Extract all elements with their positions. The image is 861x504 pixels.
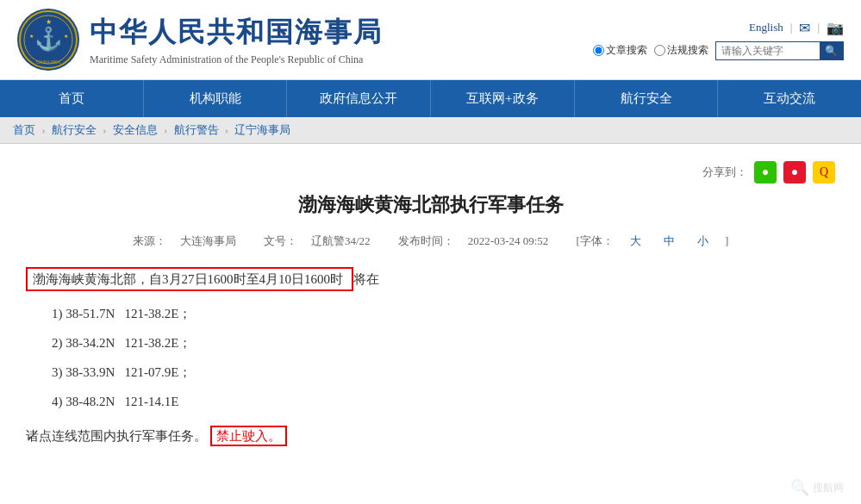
breadcrumb-nav-warning[interactable]: 航行警告: [174, 123, 219, 136]
weibo-icon[interactable]: 📷: [827, 20, 844, 36]
search-box: 🔍: [715, 41, 844, 60]
header-title: 中华人民共和国海事局 Maritime Safety Administratio…: [90, 14, 383, 66]
header: ⚓ ★ ★ ★ CHINA MSA 中华人民共和国海事局 Maritime Sa…: [0, 0, 861, 80]
search-radio-law[interactable]: [654, 45, 665, 56]
font-label: [字体：: [577, 234, 614, 247]
doc-label: 文号：: [264, 234, 297, 247]
nav-internet-plus[interactable]: 互联网+政务: [431, 80, 575, 117]
content-first-line: 渤海海峡黄海北部，自3月27日1600时至4月10日1600时 将在: [26, 266, 835, 292]
first-line-after: 将在: [353, 272, 379, 286]
content-conclusion: 诸点连线范围内执行军事任务。 禁止驶入。: [26, 423, 835, 449]
header-right: English | ✉ | 📷 文章搜索 法规搜索 🔍: [593, 20, 844, 60]
main-content: 分享到： ● ● Q 渤海海峡黄海北部执行军事任务 来源：大连海事局 文号：辽航…: [0, 144, 861, 504]
watermark: 🔍 搜航网: [790, 478, 844, 497]
source-label: 来源：: [133, 234, 166, 247]
share-label: 分享到：: [702, 165, 747, 180]
share-wechat-button[interactable]: ●: [754, 161, 777, 184]
svg-text:⚓: ⚓: [34, 25, 63, 53]
breadcrumb-arrow3: ›: [164, 123, 167, 136]
highlighted-area: 渤海海峡黄海北部，自3月27日1600时至4月10日1600时: [26, 267, 353, 291]
watermark-icon: 🔍: [790, 478, 809, 497]
list-item-2: 2) 38-34.2N 121-38.2E；: [26, 330, 835, 356]
nav-navigation-safety[interactable]: 航行安全: [575, 80, 719, 117]
search-options: 文章搜索 法规搜索: [593, 43, 708, 58]
font-bracket-close: ]: [725, 234, 728, 247]
svg-text:★: ★: [64, 34, 68, 39]
separator: |: [790, 21, 793, 34]
search-option-law[interactable]: 法规搜索: [654, 43, 708, 58]
search-input[interactable]: [716, 42, 820, 59]
font-small[interactable]: 小: [697, 234, 708, 247]
site-title-zh: 中华人民共和国海事局: [90, 14, 383, 52]
share-weibo-button[interactable]: ●: [783, 161, 806, 184]
breadcrumb: 首页 › 航行安全 › 安全信息 › 航行警告 › 辽宁海事局: [0, 117, 861, 144]
doc-value: 辽航警34/22: [311, 234, 371, 247]
article-title: 渤海海峡黄海北部执行军事任务: [26, 192, 835, 218]
svg-text:CHINA MSA: CHINA MSA: [36, 59, 60, 65]
nav-interaction[interactable]: 互动交流: [718, 80, 861, 117]
site-title-en: Maritime Safety Administration of the Pe…: [90, 53, 383, 66]
nav-organization[interactable]: 机构职能: [144, 80, 288, 117]
search-option-article[interactable]: 文章搜索: [593, 43, 647, 58]
header-left: ⚓ ★ ★ ★ CHINA MSA 中华人民共和国海事局 Maritime Sa…: [17, 9, 383, 71]
font-medium[interactable]: 中: [664, 234, 675, 247]
font-large[interactable]: 大: [630, 234, 641, 247]
share-row: 分享到： ● ● Q: [26, 161, 835, 184]
search-row: 文章搜索 法规搜索 🔍: [593, 41, 844, 60]
svg-text:★: ★: [46, 18, 52, 26]
breadcrumb-liaoning[interactable]: 辽宁海事局: [234, 123, 290, 136]
header-top-links: English | ✉ | 📷: [749, 20, 844, 36]
breadcrumb-arrow4: ›: [225, 123, 228, 136]
search-button[interactable]: 🔍: [820, 42, 843, 59]
breadcrumb-arrow1: ›: [41, 123, 45, 136]
separator2: |: [817, 21, 820, 34]
watermark-text: 搜航网: [813, 481, 844, 495]
conclusion-text: 诸点连线范围内执行军事任务。: [26, 429, 207, 443]
article-content: 渤海海峡黄海北部，自3月27日1600时至4月10日1600时 将在 1) 38…: [26, 266, 835, 449]
list-item-3: 3) 38-33.9N 121-07.9E；: [26, 359, 835, 385]
mail-icon[interactable]: ✉: [799, 20, 810, 36]
date-value: 2022-03-24 09:52: [468, 234, 549, 247]
nav-gov-info[interactable]: 政府信息公开: [287, 80, 431, 117]
nav-home[interactable]: 首页: [0, 80, 144, 117]
breadcrumb-home[interactable]: 首页: [13, 123, 35, 136]
search-radio-article[interactable]: [593, 45, 604, 56]
list-item-4: 4) 38-48.2N 121-14.1E: [26, 389, 835, 414]
source-value: 大连海事局: [180, 234, 236, 247]
first-line-text: 渤海海峡黄海北部，自3月27日1600时至4月10日1600时: [33, 272, 343, 286]
share-qzone-button[interactable]: Q: [813, 161, 835, 184]
breadcrumb-nav-safety[interactable]: 航行安全: [52, 123, 97, 136]
english-link[interactable]: English: [749, 21, 783, 34]
article-meta: 来源：大连海事局 文号：辽航警34/22 发布时间：2022-03-24 09:…: [26, 231, 835, 251]
breadcrumb-arrow2: ›: [103, 123, 106, 136]
breadcrumb-safety-info[interactable]: 安全信息: [113, 123, 158, 136]
main-nav: 首页 机构职能 政府信息公开 互联网+政务 航行安全 互动交流: [0, 80, 861, 117]
date-label: 发布时间：: [398, 234, 454, 247]
logo-icon: ⚓ ★ ★ ★ CHINA MSA: [17, 9, 79, 71]
svg-text:★: ★: [29, 34, 34, 39]
list-item-1: 1) 38-51.7N 121-38.2E；: [26, 301, 835, 327]
forbidden-text: 禁止驶入。: [210, 426, 287, 446]
